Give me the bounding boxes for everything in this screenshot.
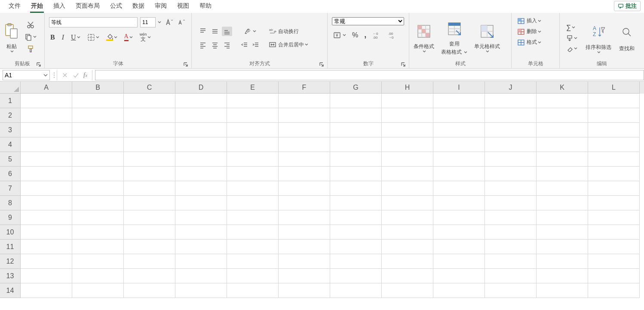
cell[interactable] [227,94,279,108]
cell[interactable] [588,225,640,240]
cell[interactable] [227,210,279,225]
cell[interactable] [537,254,588,269]
cell[interactable] [227,123,279,137]
col-header[interactable]: C [124,82,175,94]
row-header[interactable]: 1 [0,94,21,108]
cell[interactable] [537,123,588,137]
format-painter-button[interactable] [25,44,36,54]
phonetic-guide-button[interactable]: wén文 [138,32,153,43]
cell[interactable] [382,152,433,167]
cell[interactable] [330,225,382,240]
cell[interactable] [588,254,640,269]
cell[interactable] [382,283,433,298]
cell[interactable] [588,210,640,225]
enter-formula-button[interactable] [71,71,80,79]
cell[interactable] [124,108,175,123]
tab-review[interactable]: 审阅 [150,0,172,13]
name-box[interactable] [3,70,50,80]
cell[interactable] [227,167,279,181]
borders-button[interactable] [86,33,101,42]
cell[interactable] [330,123,382,137]
cell[interactable] [227,269,279,283]
cell[interactable] [433,196,485,210]
alignment-dialog-launcher[interactable] [319,61,325,67]
cell[interactable] [382,240,433,254]
tab-page-layout[interactable]: 页面布局 [71,0,105,13]
cell[interactable] [21,225,72,240]
cell[interactable] [124,269,175,283]
cell[interactable] [433,167,485,181]
cell[interactable] [72,123,124,137]
cell[interactable] [485,167,537,181]
col-header[interactable]: K [537,82,588,94]
cell[interactable] [72,94,124,108]
cell[interactable] [21,152,72,167]
cell[interactable] [279,94,330,108]
cell[interactable] [588,152,640,167]
cell[interactable] [537,94,588,108]
cell[interactable] [330,283,382,298]
cell[interactable] [485,137,537,152]
cut-button[interactable] [25,20,36,30]
cell[interactable] [21,181,72,196]
increase-decimal-button[interactable]: ←0.00 [371,30,383,40]
name-box-input[interactable] [5,72,35,79]
align-right-button[interactable] [222,40,232,50]
cell[interactable] [433,123,485,137]
cell[interactable] [124,181,175,196]
cell[interactable] [227,196,279,210]
cell[interactable] [330,240,382,254]
cell[interactable] [330,137,382,152]
comments-button[interactable]: 批注 [614,1,641,11]
sort-filter-button[interactable]: AZ 排序和筛选 [583,21,614,55]
cell[interactable] [227,283,279,298]
cell[interactable] [537,225,588,240]
cell[interactable] [279,283,330,298]
cell[interactable] [279,137,330,152]
cell[interactable] [485,269,537,283]
tab-insert[interactable]: 插入 [48,0,71,13]
cell[interactable] [485,196,537,210]
cell[interactable] [227,137,279,152]
increase-font-button[interactable] [163,18,175,27]
cell[interactable] [382,123,433,137]
cell[interactable] [433,240,485,254]
cell[interactable] [227,108,279,123]
cell[interactable] [72,181,124,196]
chevron-down-icon[interactable] [43,74,48,76]
cell[interactable] [382,167,433,181]
cell[interactable] [485,123,537,137]
cell[interactable] [485,254,537,269]
cell[interactable] [485,94,537,108]
select-all-corner[interactable] [0,82,21,94]
cell[interactable] [537,108,588,123]
cell[interactable] [537,152,588,167]
merge-center-button[interactable]: 合并后居中 [267,40,310,49]
cell[interactable] [433,108,485,123]
cell[interactable] [433,254,485,269]
col-header[interactable]: G [330,82,382,94]
cell[interactable] [382,254,433,269]
cell[interactable] [227,225,279,240]
col-header[interactable]: D [175,82,227,94]
cell[interactable] [21,123,72,137]
cell[interactable] [279,123,330,137]
cell[interactable] [21,167,72,181]
fill-button[interactable] [565,34,579,43]
row-header[interactable]: 14 [0,283,21,298]
cell[interactable] [279,240,330,254]
align-center-button[interactable] [210,40,220,50]
cell[interactable] [537,167,588,181]
cell[interactable] [21,108,72,123]
col-header[interactable]: E [227,82,279,94]
cell[interactable] [124,254,175,269]
cell[interactable] [227,152,279,167]
cell[interactable] [21,283,72,298]
cell[interactable] [537,137,588,152]
cell[interactable] [21,254,72,269]
cell[interactable] [330,254,382,269]
cell[interactable] [485,240,537,254]
row-header[interactable]: 2 [0,108,21,123]
cell[interactable] [537,269,588,283]
col-header[interactable]: H [382,82,433,94]
